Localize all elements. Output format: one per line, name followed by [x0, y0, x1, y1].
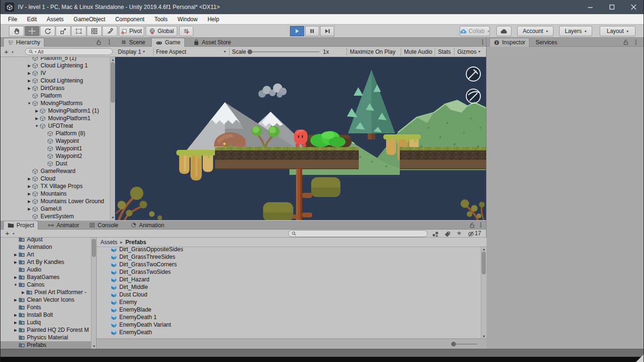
foldout-collapsed-icon[interactable]: ▶	[13, 253, 18, 257]
panel-menu-icon[interactable]: ⋮	[633, 39, 639, 45]
foldout-collapsed-icon[interactable]: ▶	[26, 199, 32, 204]
thumbnail-slider-track[interactable]	[453, 344, 477, 345]
create-button[interactable]: +	[5, 229, 9, 237]
scrollbar-thumb[interactable]	[111, 62, 115, 103]
scrollbar-thumb[interactable]	[92, 239, 96, 257]
panel-menu-icon[interactable]: ⋮	[480, 39, 486, 45]
hierarchy-item[interactable]: Dust	[0, 160, 110, 167]
hierarchy-item[interactable]: ▶Cloud Lightening 1	[0, 62, 110, 69]
stats-toggle[interactable]: Stats	[438, 47, 451, 57]
foldout-collapsed-icon[interactable]: ▶	[26, 79, 32, 83]
hierarchy-item[interactable]: ▼UFOTreat	[0, 122, 110, 130]
dagger-button[interactable]	[466, 67, 480, 81]
asset-item[interactable]: Enemy	[97, 298, 481, 306]
menu-item-window[interactable]: Window	[177, 16, 198, 23]
asset-item[interactable]: EnemyDeath	[97, 329, 481, 336]
menu-item-edit[interactable]: Edit	[27, 16, 37, 23]
asset-item[interactable]: Dust Cloud	[97, 291, 481, 298]
project-search-input[interactable]	[288, 230, 428, 237]
hierarchy-item[interactable]: ▶MovingPlatform1	[0, 115, 110, 122]
menu-item-help[interactable]: Help	[207, 16, 219, 23]
mute-audio-toggle[interactable]: Mute Audio	[404, 47, 432, 57]
project-folder[interactable]: Adjust	[0, 238, 91, 243]
create-dropdown-icon[interactable]: ▾	[13, 232, 15, 236]
lock-icon[interactable]	[623, 39, 628, 47]
hierarchy-item[interactable]: ▶Cloud	[0, 175, 110, 182]
tab-animator[interactable]: Animator	[44, 221, 83, 230]
scale-tool-button[interactable]	[56, 26, 71, 36]
move-tool-button[interactable]	[25, 26, 40, 36]
hierarchy-scrollbar[interactable]: ▲ ▼	[110, 57, 115, 220]
project-folder[interactable]: ▶Art	[0, 251, 91, 258]
foldout-collapsed-icon[interactable]: ▶	[26, 207, 32, 211]
foldout-collapsed-icon[interactable]: ▶	[13, 321, 18, 325]
asset-item[interactable]: Dirt_GrassTwoCorners	[97, 261, 481, 268]
create-dropdown-icon[interactable]: ▾	[12, 50, 14, 54]
project-folder[interactable]: ▶BayatGames	[0, 273, 91, 281]
create-button[interactable]: +	[4, 48, 8, 56]
project-folder[interactable]: Audio	[0, 266, 91, 273]
project-folder[interactable]: ▶Ludiq	[0, 319, 91, 326]
asset-item[interactable]: EnemyDeath 1	[97, 313, 481, 321]
foldout-collapsed-icon[interactable]: ▶	[13, 275, 18, 280]
panel-menu-icon[interactable]: ⋮	[478, 222, 484, 228]
hierarchy-item[interactable]: ▶Cloud Lightening	[0, 77, 110, 84]
foldout-collapsed-icon[interactable]: ▶	[26, 71, 32, 75]
project-folder[interactable]: ▶Clean Vector Icons	[0, 296, 91, 304]
tab-asset-store[interactable]: Asset Store	[190, 38, 235, 47]
pivot-toggle[interactable]: Pivot	[119, 26, 144, 36]
foldout-collapsed-icon[interactable]: ▶	[26, 184, 32, 189]
foldout-expanded-icon[interactable]: ▼	[34, 124, 40, 128]
scrollbar-thumb[interactable]	[482, 252, 486, 274]
rect-tool-button[interactable]	[71, 26, 86, 36]
asset-item[interactable]: Dirt_GrassOppositeSides	[97, 247, 481, 253]
menu-item-component[interactable]: Component	[115, 16, 144, 23]
gizmos-dropdown[interactable]: Gizmos▾	[457, 47, 480, 57]
foldout-collapsed-icon[interactable]: ▶	[13, 328, 18, 332]
tab-project[interactable]: Project	[3, 221, 38, 230]
game-viewport[interactable]	[115, 57, 486, 220]
asset-item[interactable]: Dirt_Hazard	[97, 276, 481, 283]
pause-button[interactable]	[305, 26, 319, 36]
tab-console[interactable]: Console	[85, 221, 122, 230]
asset-item[interactable]: Dirt_Middle	[97, 283, 481, 291]
hierarchy-item[interactable]: ▶IV	[0, 69, 110, 77]
collab-dropdown[interactable]: Collab▾	[460, 26, 490, 36]
hierarchy-search-input[interactable]: ▾ All	[25, 48, 113, 55]
global-toggle[interactable]: Global	[146, 26, 177, 36]
grid-snap-button[interactable]	[179, 26, 193, 36]
folders-scrollbar[interactable]: ▼	[91, 238, 96, 349]
menu-item-tools[interactable]: Tools	[154, 16, 167, 23]
hierarchy-item[interactable]: ▶MovingPlatform1 (1)	[0, 107, 110, 115]
foldout-collapsed-icon[interactable]: ▶	[13, 260, 18, 264]
resize-grip-icon[interactable]	[636, 354, 644, 362]
menu-item-gameobject[interactable]: GameObject	[74, 16, 105, 23]
hierarchy-item[interactable]: ▶Mountains	[0, 190, 110, 197]
thumbnail-slider-knob[interactable]	[451, 342, 456, 346]
scale-slider-track[interactable]	[248, 51, 320, 52]
cloud-button[interactable]	[496, 26, 512, 36]
hierarchy-item[interactable]: ▶TX Village Props	[0, 182, 110, 190]
maximize-button[interactable]	[601, 0, 623, 14]
tab-inspector[interactable]: Inspector	[489, 38, 529, 47]
breadcrumb-current[interactable]: Prefabs	[125, 239, 146, 246]
asset-item[interactable]: Dirt_GrassThreeSides	[97, 253, 481, 261]
hierarchy-item[interactable]: ▶Mountains Lower Ground	[0, 197, 110, 205]
custom-tool-button[interactable]	[102, 26, 117, 36]
hierarchy-item[interactable]: ▼MovingPlatforms	[0, 99, 110, 107]
foldout-collapsed-icon[interactable]: ▶	[13, 313, 18, 317]
hierarchy-item[interactable]: EventSystem	[0, 213, 110, 220]
favorites-star-icon[interactable]: ★	[456, 230, 462, 237]
hierarchy-item[interactable]: Waypoint2	[0, 152, 110, 160]
foldout-collapsed-icon[interactable]: ▶	[13, 298, 18, 302]
tab-hierarchy[interactable]: Hierarchy	[3, 38, 44, 47]
project-folder[interactable]: ▶Install Bolt	[0, 311, 91, 319]
asset-item[interactable]: EnemyBlade	[97, 306, 481, 313]
menu-item-file[interactable]: File	[8, 16, 17, 23]
foldout-expanded-icon[interactable]: ▼	[26, 101, 32, 106]
hierarchy-item[interactable]: ▶GameUI	[0, 205, 110, 213]
breadcrumb-root[interactable]: Assets	[100, 239, 117, 246]
hierarchy-item[interactable]: GameReward	[0, 167, 110, 175]
step-button[interactable]	[320, 26, 334, 36]
scale-slider-knob[interactable]	[248, 49, 252, 54]
